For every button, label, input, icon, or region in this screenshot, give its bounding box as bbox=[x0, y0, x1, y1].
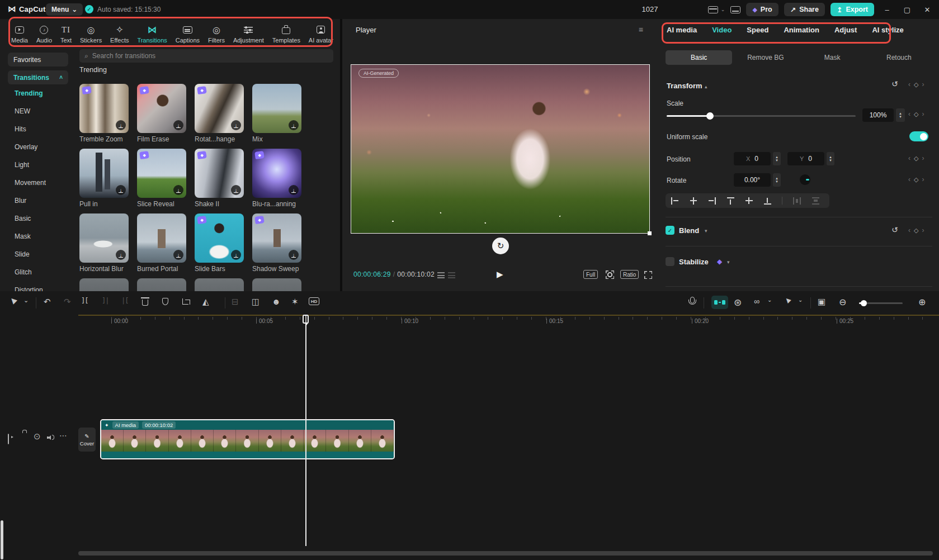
keyframe-next-icon[interactable]: › bbox=[922, 110, 924, 118]
mark-icon[interactable] bbox=[162, 298, 168, 305]
keyframe-diamond-icon[interactable]: ◇ bbox=[914, 155, 918, 162]
transition-tile-0[interactable]: ◆ ↓ bbox=[79, 84, 129, 133]
download-icon[interactable]: ↓ bbox=[231, 250, 241, 260]
subtab-retouch[interactable]: Retouch bbox=[866, 50, 932, 65]
select-tool-caret-icon[interactable]: ⌄ bbox=[23, 297, 29, 304]
sidebar-item-blur[interactable]: Blur bbox=[15, 197, 26, 205]
timeline-zoom-slider[interactable] bbox=[859, 302, 903, 304]
frames-view-icon-2[interactable] bbox=[448, 272, 455, 278]
mirror-icon[interactable]: ◭ bbox=[202, 297, 209, 307]
download-icon[interactable]: ↓ bbox=[289, 185, 299, 195]
scale-stepper[interactable]: ▴ ▾ bbox=[896, 108, 905, 122]
cursor-mode-caret-ic[interactable]: ⌄ bbox=[798, 297, 803, 303]
stabilize-caret-icon[interactable]: ▾ bbox=[727, 259, 730, 265]
split-icon[interactable]: ][ bbox=[81, 297, 88, 305]
subtab-mask[interactable]: Mask bbox=[799, 50, 866, 65]
share-button[interactable]: ↗ Share bbox=[784, 3, 825, 16]
transform-reset-icon[interactable]: ↺ bbox=[891, 79, 898, 88]
ratio-button[interactable]: Ratio bbox=[620, 270, 639, 279]
transition-tile-3[interactable]: ◆ ↓ bbox=[252, 84, 301, 133]
rotate-control[interactable]: ↻ bbox=[492, 238, 509, 254]
crop-icon[interactable] bbox=[182, 298, 188, 305]
tab-audio[interactable]: ♪ Audio bbox=[36, 20, 52, 48]
track-preview-icon[interactable] bbox=[8, 434, 9, 444]
tab-stickers[interactable]: ◎ Stickers bbox=[80, 20, 102, 48]
transition-tile-8[interactable]: ◆ ↓ bbox=[79, 213, 129, 263]
split-right-icon[interactable]: |[ bbox=[121, 297, 128, 305]
blend-keyframe-nav[interactable]: ‹ ◇ › bbox=[908, 226, 924, 234]
transition-tile-6[interactable]: ◆ ↓ bbox=[195, 149, 244, 198]
transition-tile-7[interactable]: ◆ ↓ bbox=[252, 149, 301, 198]
keyframe-prev-icon[interactable]: ‹ bbox=[908, 175, 910, 183]
zoom-in-icon[interactable]: ⊕ bbox=[918, 297, 926, 307]
toggle-visibility-icon[interactable]: ⊙ bbox=[34, 431, 41, 442]
step-down-icon[interactable]: ▾ bbox=[776, 159, 778, 162]
download-icon[interactable]: ↓ bbox=[231, 120, 241, 130]
transform-collapse-icon[interactable]: ▴ bbox=[705, 84, 707, 89]
scale-keyframe-nav[interactable]: ‹ ◇ › bbox=[908, 110, 924, 118]
download-icon[interactable]: ↓ bbox=[173, 120, 183, 130]
rotate-field[interactable]: 0.00° bbox=[734, 173, 771, 187]
keyframe-next-icon[interactable]: › bbox=[922, 80, 924, 88]
fullscreen-icon[interactable] bbox=[644, 271, 652, 279]
transition-tile-4[interactable]: ◆ ↓ bbox=[79, 149, 129, 198]
timeline-zoom-knob[interactable] bbox=[861, 300, 867, 306]
sidebar-item-slide[interactable]: Slide bbox=[15, 250, 30, 258]
step-down-icon[interactable]: ▾ bbox=[899, 115, 902, 118]
preview-render-icon[interactable]: ▣ bbox=[818, 297, 825, 307]
transition-tile-5[interactable]: ◆ ↓ bbox=[137, 149, 186, 198]
minimize-button[interactable]: – bbox=[880, 6, 894, 14]
distribute-vertical-icon[interactable] bbox=[811, 197, 819, 205]
play-button[interactable]: ▶ bbox=[497, 269, 503, 279]
align-middle-vertical-icon[interactable] bbox=[745, 197, 753, 205]
layout-caret-icon[interactable]: ⌄ bbox=[721, 7, 725, 12]
more-options-icon[interactable]: ⋯ bbox=[59, 431, 67, 440]
record-voiceover-icon[interactable] bbox=[690, 297, 695, 303]
rotate-dial[interactable] bbox=[800, 174, 810, 185]
uniform-scale-toggle[interactable] bbox=[909, 131, 928, 141]
step-down-icon[interactable]: ▾ bbox=[776, 180, 778, 183]
blend-caret-icon[interactable]: ▾ bbox=[705, 228, 707, 234]
transition-tile-11[interactable]: ◆ ↓ bbox=[252, 213, 301, 263]
keyframe-diamond-icon[interactable]: ◇ bbox=[914, 111, 918, 118]
subtab-basic[interactable]: Basic bbox=[666, 50, 732, 65]
transition-tile-2[interactable]: ◆ ↓ bbox=[195, 84, 244, 133]
tab-media[interactable]: Media bbox=[11, 20, 28, 48]
keyframe-diamond-icon[interactable]: ◇ bbox=[914, 81, 918, 88]
transition-tile-1[interactable]: ◆ ↓ bbox=[137, 84, 186, 133]
cursor-mode-icon[interactable]: ▶ bbox=[784, 296, 792, 305]
download-icon[interactable]: ↓ bbox=[289, 250, 299, 260]
maximize-button[interactable]: ▢ bbox=[900, 6, 914, 14]
tab-adjustment[interactable]: Adjustment bbox=[233, 20, 264, 48]
align-right-icon[interactable] bbox=[708, 197, 716, 205]
split-left-icon[interactable]: ]| bbox=[102, 297, 108, 305]
playhead-handle[interactable] bbox=[303, 315, 309, 324]
link-clips-icon[interactable]: ∞ bbox=[754, 297, 759, 306]
download-icon[interactable]: ↓ bbox=[289, 120, 299, 130]
magnetic-snap-button[interactable] bbox=[711, 296, 728, 309]
auto-snap-icon[interactable]: ⊛ bbox=[734, 297, 742, 309]
subtab-remove-bg[interactable]: Remove BG bbox=[732, 50, 799, 65]
tab-text[interactable]: TI Text bbox=[60, 20, 72, 48]
fit-zoom-icon[interactable] bbox=[606, 270, 614, 279]
frames-view-icon[interactable] bbox=[437, 272, 445, 278]
undo-icon[interactable]: ↶ bbox=[44, 297, 51, 307]
transition-tile-10[interactable]: ◆ ↓ bbox=[195, 213, 244, 263]
tab-effects[interactable]: ✧ Effects bbox=[110, 20, 129, 48]
redo-icon[interactable]: ↷ bbox=[64, 297, 71, 307]
position-y-field[interactable]: Y 0 bbox=[787, 152, 824, 165]
tab-ai-media[interactable]: AI media bbox=[667, 26, 697, 34]
vertical-scrollbar[interactable] bbox=[1, 520, 3, 559]
download-icon[interactable]: ↓ bbox=[116, 250, 126, 260]
timeline-clip[interactable]: ✦ AI media 00:00:10:02 bbox=[100, 419, 395, 459]
tab-templates[interactable]: Templates bbox=[272, 20, 300, 48]
distribute-horizontal-icon[interactable] bbox=[793, 197, 801, 205]
layout-panels-icon[interactable] bbox=[708, 6, 718, 13]
keyframe-next-icon[interactable]: › bbox=[922, 226, 924, 234]
sidebar-item-trending[interactable]: Trending bbox=[15, 89, 43, 97]
add-portrait-icon[interactable]: ☻ bbox=[272, 297, 281, 306]
rotate-stepper[interactable]: ▴ ▾ bbox=[773, 173, 781, 187]
transition-tile-9[interactable]: ◆ ↓ bbox=[137, 213, 186, 263]
tab-ai-avatar[interactable]: AI avatar bbox=[309, 20, 333, 48]
horizontal-scrollbar[interactable] bbox=[78, 551, 933, 556]
